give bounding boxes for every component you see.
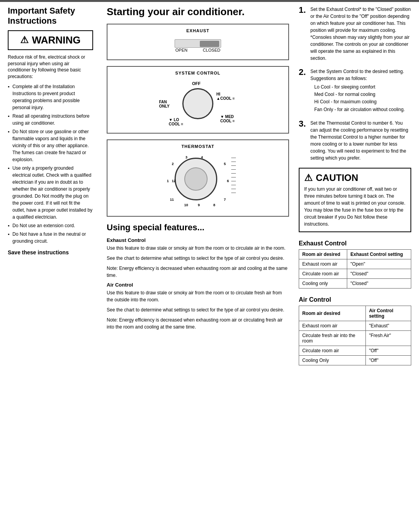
step-2-suggestions: Lo Cool - for sleeping comfort Med Cool … bbox=[310, 83, 411, 113]
warning-triangle-icon: ⚠ bbox=[20, 35, 29, 45]
warning-label: WARNING bbox=[32, 34, 81, 46]
thermo-num-5: 5 bbox=[224, 162, 226, 166]
left-column: Important Safety Instructions ⚠ WARNING … bbox=[8, 6, 101, 372]
exhaust-diagram: EXHAUST OPEN CLOSED bbox=[107, 24, 289, 60]
exhaust-row-1-col1: Exhaust room air bbox=[299, 259, 347, 269]
exhaust-control-note: Note: Energy efficiency is decreased whe… bbox=[107, 265, 289, 279]
table-row: Circulate fresh air into the room "Fresh… bbox=[299, 330, 411, 346]
thermo-num-8: 8 bbox=[213, 203, 215, 207]
thermo-num-2: 2 bbox=[172, 162, 174, 166]
closed-label: CLOSED bbox=[203, 48, 220, 52]
thermo-num-12: 12 bbox=[172, 179, 176, 183]
starting-title: Starting your air conditioner. bbox=[107, 6, 289, 18]
warning-box: ⚠ WARNING bbox=[8, 30, 93, 50]
dial-med-cool-label: ▼ MEDCOOL ≡ bbox=[220, 115, 235, 123]
list-item: Do Not use an extension cord. bbox=[8, 222, 93, 229]
step-2-text: Set the System Control to the desired se… bbox=[310, 68, 411, 82]
air-row-4-col1: Cooling Only bbox=[299, 355, 366, 365]
caution-label: CAUTION bbox=[316, 172, 358, 183]
caution-triangle-icon: ⚠ bbox=[304, 172, 313, 183]
thermo-num-11: 11 bbox=[170, 198, 174, 202]
step-3-text: Set the Thermostat Control to number 6. … bbox=[310, 120, 411, 162]
exhaust-slider-knob bbox=[200, 41, 219, 47]
table-row: Exhaust room air "Exhaust" bbox=[299, 321, 411, 330]
caution-header: ⚠ CAUTION bbox=[304, 172, 406, 183]
exhaust-row-3-col1: Cooling only bbox=[299, 278, 347, 288]
air-control-note: Note: Energy efficiency is decreased whe… bbox=[107, 316, 289, 330]
air-row-2-col1: Circulate fresh air into the room bbox=[299, 330, 366, 346]
list-item: Do Not store or use gasoline or other fl… bbox=[8, 128, 93, 163]
thermo-num-7: 7 bbox=[224, 198, 226, 202]
table-row: Cooling only "Closed" bbox=[299, 278, 411, 288]
safety-title: Important Safety Instructions bbox=[8, 6, 93, 26]
air-control-title: Air Control bbox=[107, 282, 289, 288]
table-row: Circulate room air "Off" bbox=[299, 346, 411, 355]
caution-box: ⚠ CAUTION If you turn your air condition… bbox=[299, 168, 411, 232]
exhaust-control-text1: Use this feature to draw stale or smoky … bbox=[107, 245, 289, 252]
dial-lo-cool-label: ▼ LOCOOL ≡ bbox=[169, 118, 183, 126]
exhaust-control-text2: See the chart to determine what settings… bbox=[107, 255, 289, 262]
step-1-number: 1. bbox=[299, 6, 307, 62]
step-1-text: Set the Exhaust Control* to the "Closed"… bbox=[310, 6, 411, 62]
caution-text: If you turn your air conditioner off, wa… bbox=[304, 186, 406, 228]
thermostat-diagram: THERMOSTAT 1 2 3 4 5 6 bbox=[107, 139, 289, 217]
thermo-num-3: 3 bbox=[185, 155, 187, 159]
safety-list: Complete all of the Installation Instruc… bbox=[8, 83, 93, 245]
exhaust-label-row: OPEN CLOSED bbox=[175, 48, 221, 52]
step-3: 3. Set the Thermostat Control to number … bbox=[299, 120, 411, 162]
thermo-num-1: 1 bbox=[167, 179, 169, 183]
air-table-header-1: Room air desired bbox=[299, 306, 366, 321]
table-row: Circulate room air "Closed" bbox=[299, 269, 411, 278]
list-item: Read all operating instructions before u… bbox=[8, 113, 93, 127]
step-2: 2. Set the System Control to the desired… bbox=[299, 68, 411, 113]
exhaust-table-title: Exhaust Control bbox=[299, 240, 411, 247]
exhaust-table-header-1: Room air desired bbox=[299, 249, 347, 259]
open-label: OPEN bbox=[175, 48, 187, 52]
thermostat-ticks bbox=[231, 158, 236, 193]
air-control-text1: Use this feature to draw stale or smoky … bbox=[107, 289, 289, 303]
dial-off-label: OFF bbox=[192, 81, 201, 86]
air-row-2-col2: "Fresh Air" bbox=[366, 330, 411, 346]
dial-fan-only-label: FANONLY bbox=[159, 100, 170, 108]
air-row-3-col1: Circulate room air bbox=[299, 346, 366, 355]
list-item: Do Not have a fuse in the neutral or gro… bbox=[8, 231, 93, 245]
step-1: 1. Set the Exhaust Control* to the "Clos… bbox=[299, 6, 411, 62]
air-row-1-col2: "Exhaust" bbox=[366, 321, 411, 330]
step-3-number: 3. bbox=[299, 120, 307, 162]
dial-hi-cool-label: HI▲COOL ≡ bbox=[216, 92, 235, 101]
step-2-number: 2. bbox=[299, 68, 307, 113]
thermostat-dial bbox=[175, 158, 217, 200]
air-table-header-2: Air Control setting bbox=[366, 306, 411, 321]
thermostat-label: THERMOSTAT bbox=[111, 144, 284, 149]
special-features-title: Using special features... bbox=[107, 223, 289, 233]
list-item: Use only a properly grounded electrical … bbox=[8, 165, 93, 221]
air-control-text2: See the chart to determine what settings… bbox=[107, 306, 289, 313]
warning-header: ⚠ WARNING bbox=[13, 34, 88, 46]
system-dial-circle bbox=[182, 88, 213, 119]
exhaust-slider bbox=[175, 39, 221, 48]
air-row-3-col2: "Off" bbox=[366, 346, 411, 355]
save-instructions: Save these instructions bbox=[8, 249, 93, 256]
system-control-diagram: SYSTEM CONTROL OFF HI▲COOL ≡ FANONLY ▼ L… bbox=[107, 66, 289, 134]
table-row: Cooling Only "Off" bbox=[299, 355, 411, 365]
air-table-title: Air Control bbox=[299, 296, 411, 303]
exhaust-control-visual: OPEN CLOSED bbox=[111, 36, 284, 56]
exhaust-row-1-col2: "Open" bbox=[347, 259, 411, 269]
exhaust-diagram-label: EXHAUST bbox=[111, 28, 284, 33]
thermo-num-6: 6 bbox=[227, 179, 229, 183]
exhaust-row-2-col2: "Closed" bbox=[347, 269, 411, 278]
exhaust-row-2-col1: Circulate room air bbox=[299, 269, 347, 278]
air-control-table: Room air desired Air Control setting Exh… bbox=[299, 306, 411, 365]
step-2-content: Set the System Control to the desired se… bbox=[310, 68, 411, 113]
system-control-label: SYSTEM CONTROL bbox=[111, 71, 284, 75]
air-row-4-col2: "Off" bbox=[366, 355, 411, 365]
middle-column: Starting your air conditioner. EXHAUST O… bbox=[101, 6, 295, 372]
thermo-num-9: 9 bbox=[198, 203, 200, 207]
list-item: Complete all of the Installation Instruc… bbox=[8, 83, 93, 111]
air-control-section: Air Control Use this feature to draw sta… bbox=[107, 282, 289, 330]
exhaust-table-header-2: Exhaust Control setting bbox=[347, 249, 411, 259]
exhaust-control-section: Exhaust Control Use this feature to draw… bbox=[107, 237, 289, 279]
safety-intro: Reduce risk of fire, electrical shock or… bbox=[8, 54, 93, 80]
thermo-num-10: 10 bbox=[184, 203, 188, 207]
right-column: 1. Set the Exhaust Control* to the "Clos… bbox=[295, 6, 411, 372]
